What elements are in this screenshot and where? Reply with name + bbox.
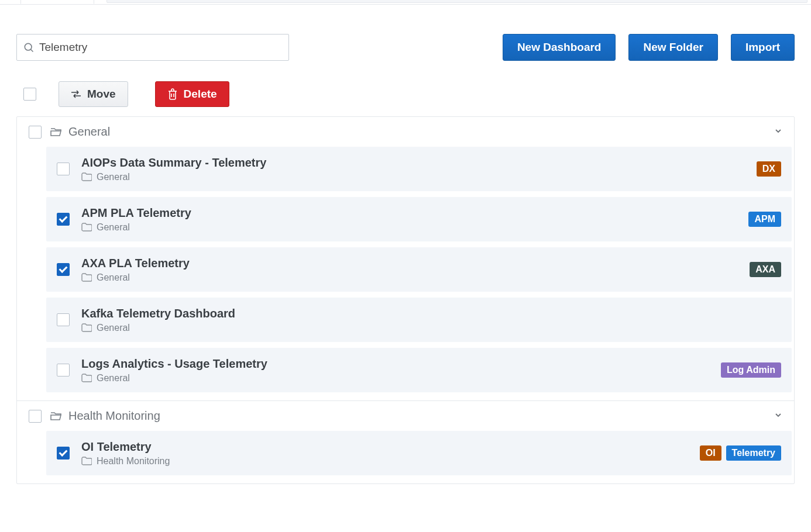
dashboard-folder-name: General: [97, 373, 130, 384]
dashboard-title[interactable]: Kafka Telemetry Dashboard: [81, 307, 769, 320]
folder-select-checkbox[interactable]: [29, 126, 42, 139]
move-button[interactable]: Move: [59, 81, 128, 107]
folder-open-icon: [50, 411, 63, 422]
svg-point-0: [25, 43, 32, 50]
dashboard-folder-breadcrumb[interactable]: General: [81, 373, 709, 384]
dashboard-title[interactable]: AXA PLA Telemetry: [81, 257, 738, 270]
tag[interactable]: AXA: [750, 262, 781, 277]
folder-icon: [81, 273, 92, 282]
dashboard-folder-breadcrumb[interactable]: General: [81, 323, 769, 333]
dashboard-folder-name: General: [97, 272, 130, 283]
folder-icon: [81, 457, 92, 465]
dashboard-select-checkbox[interactable]: [57, 213, 70, 226]
folder-row[interactable]: Health Monitoring: [50, 409, 766, 423]
dashboard-folder-name: Health Monitoring: [97, 456, 170, 467]
move-label: Move: [87, 88, 116, 101]
folder-open-icon: [50, 127, 63, 137]
search-input[interactable]: [39, 41, 283, 54]
dashboard-select-checkbox[interactable]: [57, 313, 70, 326]
move-icon: [71, 90, 81, 98]
tag-list: DX: [757, 161, 781, 177]
dashboard-row[interactable]: Kafka Telemetry DashboardGeneral: [46, 298, 792, 342]
dashboard-row[interactable]: APM PLA TelemetryGeneralAPM: [46, 197, 792, 241]
folder-name: General: [68, 125, 110, 139]
dashboard-select-checkbox[interactable]: [57, 263, 70, 276]
dashboard-row[interactable]: AIOPs Data Summary - TelemetryGeneralDX: [46, 147, 792, 191]
folder-icon: [81, 323, 92, 332]
dashboard-folder-name: General: [97, 172, 130, 182]
import-button[interactable]: Import: [731, 34, 795, 61]
dashboard-row[interactable]: Logs Analytics - Usage TelemetryGeneralL…: [46, 348, 792, 392]
tag[interactable]: Telemetry: [726, 445, 781, 461]
tag-list: OITelemetry: [700, 445, 781, 461]
folder-select-checkbox[interactable]: [29, 410, 42, 423]
dashboard-folder-breadcrumb[interactable]: General: [81, 172, 745, 182]
dashboard-select-checkbox[interactable]: [57, 364, 70, 376]
tag[interactable]: APM: [748, 212, 781, 227]
folder-row[interactable]: General: [50, 125, 766, 139]
dashboard-title[interactable]: Logs Analytics - Usage Telemetry: [81, 357, 709, 371]
svg-line-1: [31, 50, 33, 52]
select-all-checkbox[interactable]: [23, 88, 36, 101]
new-dashboard-button[interactable]: New Dashboard: [503, 34, 616, 61]
dashboard-title[interactable]: AIOPs Data Summary - Telemetry: [81, 156, 745, 170]
dashboard-title[interactable]: APM PLA Telemetry: [81, 206, 737, 220]
dashboard-title[interactable]: OI Telemetry: [81, 440, 688, 454]
folder-name: Health Monitoring: [68, 409, 160, 423]
chevron-down-icon[interactable]: [774, 127, 782, 137]
trash-icon: [167, 88, 178, 100]
tag[interactable]: DX: [757, 161, 781, 177]
dashboard-folder-breadcrumb[interactable]: General: [81, 272, 738, 283]
delete-button[interactable]: Delete: [155, 81, 229, 107]
dashboard-select-checkbox[interactable]: [57, 447, 70, 460]
new-folder-button[interactable]: New Folder: [628, 34, 717, 61]
tag-list: APM: [748, 212, 781, 227]
dashboard-folder-breadcrumb[interactable]: General: [81, 222, 737, 233]
dashboard-folder-name: General: [97, 323, 130, 333]
tag[interactable]: OI: [700, 445, 721, 461]
dashboard-folder-breadcrumb[interactable]: Health Monitoring: [81, 456, 688, 467]
delete-label: Delete: [184, 88, 217, 101]
tag-list: AXA: [750, 262, 781, 277]
dashboard-select-checkbox[interactable]: [57, 163, 70, 175]
folder-icon: [81, 223, 92, 232]
folder-icon: [81, 172, 92, 181]
folder-icon: [81, 374, 92, 382]
dashboard-row[interactable]: OI TelemetryHealth MonitoringOITelemetry: [46, 431, 792, 475]
search-dashboards-field[interactable]: [16, 34, 289, 61]
tag-list: Log Admin: [721, 362, 781, 378]
dashboard-row[interactable]: AXA PLA TelemetryGeneralAXA: [46, 247, 792, 292]
search-icon: [23, 42, 35, 53]
chevron-down-icon[interactable]: [774, 411, 782, 422]
dashboard-list: GeneralAIOPs Data Summary - TelemetryGen…: [16, 116, 795, 484]
tag[interactable]: Log Admin: [721, 362, 781, 378]
dashboard-folder-name: General: [97, 222, 130, 233]
